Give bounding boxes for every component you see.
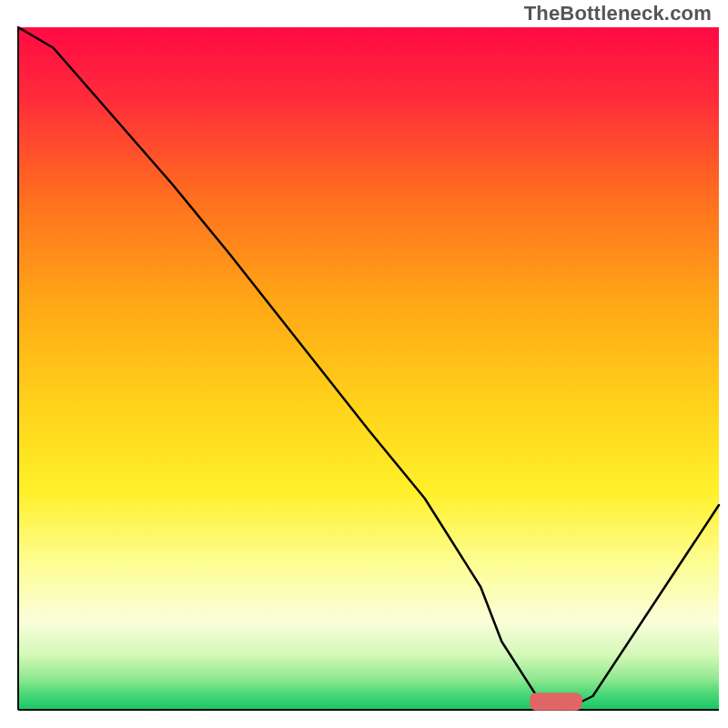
chart-container: TheBottleneck.com: [0, 0, 728, 728]
bottleneck-curve-chart: [0, 0, 728, 728]
watermark-text: TheBottleneck.com: [524, 2, 712, 25]
optimal-range-marker: [530, 693, 582, 711]
